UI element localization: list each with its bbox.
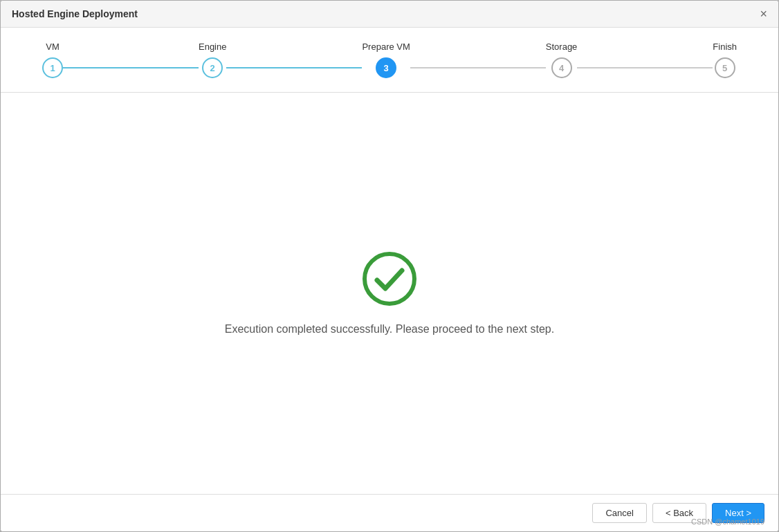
connector-4-5	[577, 67, 713, 68]
step-2: Engine 2	[199, 42, 226, 78]
dialog-title: Hosted Engine Deployment	[12, 8, 138, 19]
step-2-circle: 2	[202, 57, 223, 78]
step-3: Prepare VM 3	[362, 42, 410, 78]
connector-2-3	[226, 67, 362, 68]
svg-point-0	[365, 254, 414, 304]
step-2-label: Engine	[199, 42, 226, 52]
step-1: VM 1	[42, 42, 63, 78]
close-button[interactable]: ×	[760, 8, 767, 20]
step-5-label: Finish	[713, 42, 737, 52]
cancel-button[interactable]: Cancel	[592, 503, 646, 523]
dialog-header: Hosted Engine Deployment ×	[1, 1, 778, 28]
step-4-label: Storage	[546, 42, 578, 52]
step-5: Finish 5	[713, 42, 737, 78]
success-message: Execution completed successfully. Please…	[225, 323, 554, 336]
step-5-circle: 5	[715, 57, 735, 78]
success-icon	[362, 251, 417, 306]
step-1-circle: 1	[42, 57, 63, 78]
steps-bar: VM 1 Engine 2 Prepare VM 3 Storage 4	[1, 28, 778, 93]
connector-3-4	[410, 67, 546, 68]
step-1-label: VM	[46, 42, 59, 52]
dialog-footer: Cancel < Back Next >	[1, 494, 778, 531]
steps-track: VM 1 Engine 2 Prepare VM 3 Storage 4	[42, 42, 737, 78]
hosted-engine-dialog: Hosted Engine Deployment × VM 1 Engine 2…	[0, 0, 779, 532]
step-4-circle: 4	[551, 57, 572, 78]
step-4: Storage 4	[546, 42, 578, 78]
dialog-content: Execution completed successfully. Please…	[1, 93, 778, 494]
step-3-label: Prepare VM	[362, 42, 410, 52]
step-3-circle: 3	[376, 57, 396, 78]
watermark: CSDN @chamet1019	[691, 517, 764, 526]
connector-1-2	[63, 67, 199, 68]
